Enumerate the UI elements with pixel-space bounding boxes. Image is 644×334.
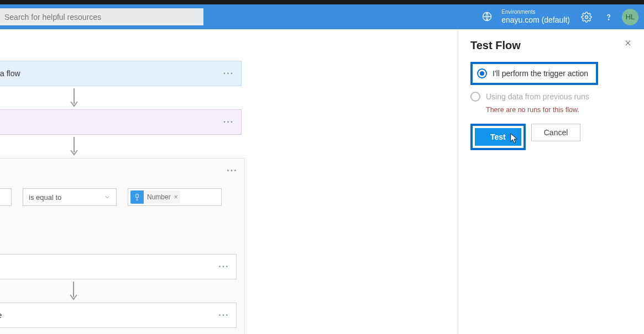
help-button[interactable] xyxy=(598,4,620,29)
ellipsis-icon: ··· xyxy=(227,166,237,176)
condition-right-field[interactable]: Number × xyxy=(128,188,222,206)
operator-select[interactable]: is equal to xyxy=(23,188,117,206)
number-token-label: Number xyxy=(144,190,174,204)
increment-variable-title: Increment variable xyxy=(0,311,212,320)
radio-manual-label: I'll perform the trigger action xyxy=(493,69,588,78)
environment-picker[interactable]: Environments enayu.com (default) xyxy=(479,9,575,25)
do-until-title: Do until xyxy=(0,166,220,175)
condition-left-field[interactable]: {x} Counter × xyxy=(0,188,12,206)
user-avatar[interactable]: HL xyxy=(622,9,638,25)
svg-point-1 xyxy=(585,15,588,18)
operator-label: is equal to xyxy=(29,193,61,202)
gear-icon xyxy=(581,12,592,23)
cancel-button[interactable]: Cancel xyxy=(531,124,581,141)
connector-arrow xyxy=(0,279,238,303)
search-container[interactable] xyxy=(0,8,203,25)
close-icon xyxy=(624,39,632,47)
initialize-variable-card[interactable]: {x} Initialize variable ··· xyxy=(0,109,242,135)
search-input[interactable] xyxy=(4,13,199,22)
question-icon xyxy=(604,12,614,22)
radio-previous-runs: Using data from previous runs xyxy=(470,88,632,105)
initialize-variable-menu[interactable]: ··· xyxy=(217,110,241,134)
trigger-menu[interactable]: ··· xyxy=(217,61,241,86)
radio-manual-trigger[interactable]: I'll perform the trigger action xyxy=(475,66,594,81)
trigger-card[interactable]: Manually trigger a flow ··· xyxy=(0,61,242,86)
svg-rect-5 xyxy=(136,194,139,198)
ellipsis-icon: ··· xyxy=(218,262,229,272)
window-top-strip xyxy=(0,0,644,4)
test-flow-panel: Test Flow I'll perform the trigger actio… xyxy=(458,29,644,334)
highlight-box: I'll perform the trigger action xyxy=(470,62,598,85)
input-icon xyxy=(130,190,144,204)
initialize-variable-title: Initialize variable xyxy=(0,118,217,126)
increment-variable-menu[interactable]: ··· xyxy=(212,303,236,327)
post-message-title: Post message xyxy=(0,262,212,271)
globe-icon xyxy=(479,11,495,22)
test-button-label: Test xyxy=(490,132,506,141)
post-message-card[interactable]: Post message ··· xyxy=(0,254,237,279)
ellipsis-icon: ··· xyxy=(223,68,234,78)
connector-arrow xyxy=(69,135,79,158)
radio-previous-label: Using data from previous runs xyxy=(486,92,589,101)
app-header: Environments enayu.com (default) HL xyxy=(0,4,644,29)
post-message-menu[interactable]: ··· xyxy=(212,255,236,279)
panel-title: Test Flow xyxy=(470,39,632,52)
increment-variable-card[interactable]: {x} Increment variable ··· xyxy=(0,303,237,328)
do-until-card[interactable]: Do until ··· {x} Counter × is xyxy=(0,158,245,334)
svg-point-2 xyxy=(608,19,609,19)
cursor-icon xyxy=(509,132,519,145)
environment-label: Environments xyxy=(501,9,570,15)
flow-canvas: Manually trigger a flow ··· {x} Initiali… xyxy=(0,29,458,334)
change-limits-toggle[interactable]: Change limits xyxy=(0,230,240,238)
remove-token-button[interactable]: × xyxy=(174,190,180,204)
connector-arrow xyxy=(69,86,79,109)
environment-name: enayu.com (default) xyxy=(501,15,570,25)
close-panel-button[interactable] xyxy=(624,39,632,49)
number-token[interactable]: Number × xyxy=(130,190,180,204)
chevron-down-icon xyxy=(104,194,111,200)
trigger-title: Manually trigger a flow xyxy=(0,69,217,78)
ellipsis-icon: ··· xyxy=(218,310,229,320)
highlight-box: Test xyxy=(470,124,526,150)
test-button[interactable]: Test xyxy=(475,128,521,146)
settings-button[interactable] xyxy=(575,4,598,29)
no-runs-note: There are no runs for this flow. xyxy=(486,106,632,114)
ellipsis-icon: ··· xyxy=(223,117,234,127)
do-until-menu[interactable]: ··· xyxy=(220,158,244,183)
